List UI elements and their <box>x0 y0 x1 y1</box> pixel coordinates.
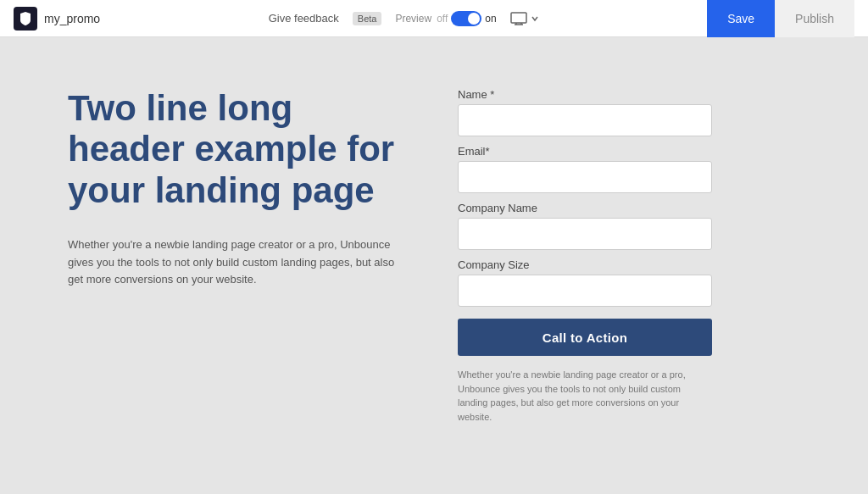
preview-group: Preview off on <box>395 11 496 26</box>
project-name: my_promo <box>44 12 100 25</box>
svg-rect-1 <box>511 13 526 23</box>
preview-toggle[interactable] <box>451 11 481 26</box>
hero-description: Whether you're a newbie landing page cre… <box>68 236 407 289</box>
cta-button[interactable]: Call to Action <box>458 319 712 356</box>
company-name-label: Company Name <box>458 202 712 214</box>
toggle-group[interactable]: off on <box>437 11 496 26</box>
logo-area: my_promo <box>14 7 100 31</box>
publish-button[interactable]: Publish <box>775 0 854 37</box>
preview-label: Preview <box>395 13 431 25</box>
give-feedback-link[interactable]: Give feedback <box>269 12 339 25</box>
logo-icon <box>14 7 37 31</box>
chevron-down-icon <box>531 14 539 23</box>
hero-section: Two line long header example for your la… <box>0 37 868 466</box>
company-size-label: Company Size <box>458 258 712 271</box>
nav-right: Save Publish <box>707 0 854 37</box>
form-footer-text: Whether you're a newbie landing page cre… <box>458 368 712 424</box>
save-button[interactable]: Save <box>707 0 775 37</box>
hero-heading: Two line long header example for your la… <box>68 88 407 211</box>
form-group-company-size: Company Size <box>458 258 712 307</box>
hero-left: Two line long header example for your la… <box>68 88 407 289</box>
form-group-name: Name * <box>458 88 712 136</box>
toggle-on-label: on <box>485 13 496 25</box>
top-navigation: my_promo Give feedback Beta Preview off … <box>0 0 868 37</box>
company-size-input[interactable] <box>458 275 712 307</box>
name-label: Name * <box>458 88 712 101</box>
nav-center: Give feedback Beta Preview off on <box>100 11 707 26</box>
toggle-off-label: off <box>437 13 448 25</box>
page-content: Two line long header example for your la… <box>0 37 868 494</box>
form-group-company-name: Company Name <box>458 202 712 250</box>
name-input[interactable] <box>458 104 712 136</box>
bottom-section: One line header <box>0 466 868 494</box>
monitor-icon[interactable] <box>510 12 539 25</box>
form-group-email: Email* <box>458 145 712 193</box>
company-name-input[interactable] <box>458 218 712 250</box>
email-label: Email* <box>458 145 712 158</box>
beta-badge: Beta <box>353 12 382 25</box>
email-input[interactable] <box>458 161 712 193</box>
hero-form: Name * Email* Company Name Company Size … <box>458 88 712 424</box>
